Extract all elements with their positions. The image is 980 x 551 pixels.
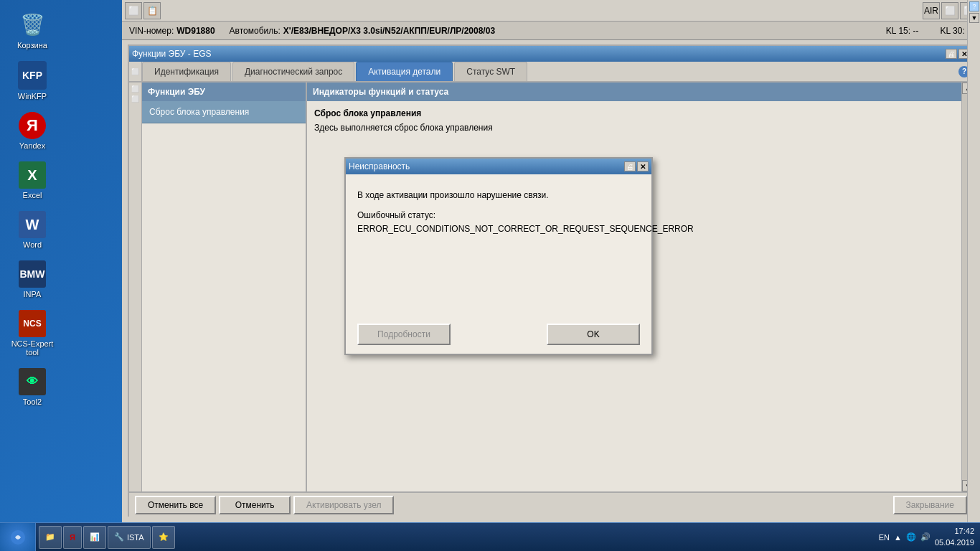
taskbar-ista-label: ISTA bbox=[127, 533, 144, 542]
taskbar-up-arrow-icon: ▲ bbox=[894, 533, 902, 542]
taskbar-time: 17:42 bbox=[935, 526, 974, 537]
activate-node-button[interactable]: Активировать узел bbox=[293, 496, 394, 514]
inner-window-title-bar: Функции ЭБУ - EGS 🖨 ✕ bbox=[129, 46, 973, 62]
taskbar-item-monitor[interactable]: 📊 bbox=[83, 526, 106, 549]
indicator-description: Здесь выполняется сброс блока управления bbox=[314, 123, 954, 133]
inpa-icon: BMW bbox=[19, 260, 46, 288]
indicators-header: Индикаторы функций и статуса bbox=[307, 83, 961, 101]
recycle-bin-icon: 🗑️ bbox=[18, 10, 47, 39]
dialog-ok-button[interactable]: OK bbox=[547, 324, 640, 345]
desktop-icon-ncs-expert[interactable]: NCS NCS-Expert tool bbox=[7, 307, 57, 359]
dialog-details-button[interactable]: Подробности bbox=[357, 324, 451, 345]
excel-icon: X bbox=[19, 161, 46, 189]
taskbar-item-star[interactable]: ⭐ bbox=[152, 526, 175, 549]
indicators-content: Сброс блока управления Здесь выполняется… bbox=[307, 101, 961, 140]
kl15-info: KL 15: -- bbox=[886, 26, 919, 36]
app-toolbar: ⬜ 📋 AIR ⬜ ⬜ bbox=[122, 0, 980, 22]
recycle-bin-label: Корзина bbox=[17, 41, 47, 50]
bottom-toolbar: Отменить все Отменить Активировать узел … bbox=[129, 491, 973, 517]
desktop-icon-winkfp[interactable]: KFP WinKFP bbox=[7, 58, 57, 103]
outer-strip-icon[interactable]: ? bbox=[969, 1, 979, 11]
desktop-icon-recycle-bin[interactable]: 🗑️ Корзина bbox=[7, 7, 57, 52]
cancel-all-button[interactable]: Отменить все bbox=[135, 496, 216, 514]
taskbar-item-yandex[interactable]: Я bbox=[63, 526, 82, 549]
dialog-title-buttons: 🖨 ✕ bbox=[624, 161, 649, 171]
tabs-bar: ⬜ Идентификация Диагностический запрос А… bbox=[129, 62, 973, 83]
dialog-title: Неисправность bbox=[349, 161, 410, 171]
desktop-icon-tool2[interactable]: 👁 Tool2 bbox=[7, 365, 57, 409]
desktop-icon-yandex[interactable]: Я Yandex bbox=[7, 109, 57, 153]
taskbar-clock: 17:42 05.04.2019 bbox=[935, 526, 974, 548]
taskbar: 📁 Я 📊 🔧 ISTA ⭐ EN ▲ 🌐 🔊 17:42 05.04 bbox=[0, 522, 980, 551]
tab-status-swt[interactable]: Статус SWT bbox=[454, 62, 527, 81]
dialog-print-button[interactable]: 🖨 bbox=[624, 161, 636, 171]
inner-window-title: Функции ЭБУ - EGS bbox=[132, 49, 211, 59]
cancel-button[interactable]: Отменить bbox=[219, 496, 291, 514]
toolbar-icon-3[interactable]: ⬜ bbox=[941, 2, 958, 19]
outer-strip-scroll[interactable]: ▼ bbox=[969, 13, 979, 23]
word-label: Word bbox=[23, 240, 42, 249]
word-icon: W bbox=[19, 211, 46, 238]
close-button[interactable]: Закрывание bbox=[893, 496, 967, 514]
taskbar-explorer-icon: 📁 bbox=[45, 532, 55, 542]
excel-label: Excel bbox=[23, 191, 42, 199]
desktop-icon-excel[interactable]: X Excel bbox=[7, 159, 57, 202]
outer-right-strip: ? ▼ bbox=[967, 0, 980, 522]
tab-diagnostic[interactable]: Диагностический запрос bbox=[232, 62, 354, 81]
taskbar-network-icon: 🌐 bbox=[906, 532, 916, 542]
dialog-status-label: Ошибочный статус: bbox=[357, 210, 640, 220]
car-label: Автомобиль: bbox=[230, 26, 281, 36]
inner-window-controls: 🖨 ✕ bbox=[946, 49, 970, 59]
winkfp-icon: KFP bbox=[18, 61, 47, 90]
taskbar-item-ista[interactable]: 🔧 ISTA bbox=[108, 526, 151, 549]
inpa-label: INPA bbox=[24, 290, 42, 298]
inner-strip-btn[interactable]: ⬜ bbox=[131, 85, 139, 93]
vin-label: VIN-номер: bbox=[129, 26, 174, 36]
ncs-expert-icon: NCS bbox=[19, 310, 46, 337]
toolbar-icon-1[interactable]: ⬜ bbox=[125, 2, 142, 19]
toolbar-icon-2[interactable]: 📋 bbox=[143, 2, 161, 19]
inner-left-strip: ⬜ ⬜ bbox=[129, 83, 142, 491]
dialog-content: В ходе активации произошло нарушение свя… bbox=[346, 174, 651, 318]
taskbar-volume-icon: 🔊 bbox=[920, 532, 930, 542]
functions-panel: Функции ЭБУ Сброс блока управления bbox=[142, 83, 307, 491]
toolbar-icon-air[interactable]: AIR bbox=[923, 2, 940, 19]
ncs-expert-label: NCS-Expert tool bbox=[10, 339, 55, 357]
taskbar-date: 05.04.2019 bbox=[935, 537, 974, 548]
kl-values: KL 15: -- KL 30: -- bbox=[886, 26, 973, 36]
functions-header: Функции ЭБУ bbox=[142, 83, 306, 101]
error-dialog: Неисправность 🖨 ✕ В ходе активации произ… bbox=[344, 157, 653, 355]
vin-value: WD91880 bbox=[176, 26, 215, 36]
dialog-title-bar: Неисправность 🖨 ✕ bbox=[346, 159, 651, 174]
inner-strip-btn2[interactable]: ⬜ bbox=[131, 95, 139, 103]
taskbar-monitor-icon: 📊 bbox=[90, 532, 100, 542]
car-value: X'/E83/ВНЕДОР/X3 3.0si/N52/АКПП/EUR/ЛР/2… bbox=[283, 26, 495, 36]
tool2-label: Tool2 bbox=[23, 397, 42, 406]
indicator-title: Сброс блока управления bbox=[314, 108, 954, 118]
desktop-icon-word[interactable]: W Word bbox=[7, 208, 57, 252]
vin-info-bar: VIN-номер: WD91880 Автомобиль: X'/E83/ВН… bbox=[122, 22, 980, 40]
dialog-error-code: ERROR_ECU_CONDITIONS_NOT_CORRECT_OR_REQU… bbox=[357, 223, 640, 235]
main-app-window: ⬜ 📋 AIR ⬜ ⬜ VIN-номер: WD91880 Автомобил… bbox=[122, 0, 980, 522]
taskbar-items: 📁 Я 📊 🔧 ISTA ⭐ bbox=[36, 526, 873, 549]
taskbar-lang: EN bbox=[879, 533, 890, 542]
function-item-reset[interactable]: Сброс блока управления bbox=[142, 101, 306, 123]
dialog-close-button[interactable]: ✕ bbox=[637, 161, 649, 171]
desktop: 🗑️ Корзина KFP WinKFP Я Yandex X Excel W… bbox=[0, 0, 980, 551]
small-icon: ⬜ bbox=[131, 68, 139, 75]
taskbar-ista-icon: 🔧 bbox=[114, 532, 124, 542]
dialog-message: В ходе активации произошло нарушение свя… bbox=[357, 189, 640, 202]
tab-identification[interactable]: Идентификация bbox=[142, 62, 231, 81]
desktop-icon-inpa[interactable]: BMW INPA bbox=[7, 258, 57, 301]
winkfp-label: WinKFP bbox=[18, 92, 47, 100]
tool2-icon: 👁 bbox=[19, 368, 46, 395]
desktop-icons-container: 🗑️ Корзина KFP WinKFP Я Yandex X Excel W… bbox=[7, 7, 57, 409]
inner-window-container: Функции ЭБУ - EGS 🖨 ✕ ⬜ Идентификация Ди… bbox=[128, 44, 974, 517]
start-button[interactable] bbox=[0, 523, 36, 552]
taskbar-right: EN ▲ 🌐 🔊 17:42 05.04.2019 bbox=[873, 526, 980, 548]
print-button[interactable]: 🖨 bbox=[946, 49, 957, 59]
tab-nav-left: ⬜ bbox=[129, 62, 142, 81]
taskbar-item-explorer[interactable]: 📁 bbox=[39, 526, 62, 549]
tab-activation[interactable]: Активация детали bbox=[356, 62, 453, 81]
yandex-icon: Я bbox=[19, 112, 46, 139]
